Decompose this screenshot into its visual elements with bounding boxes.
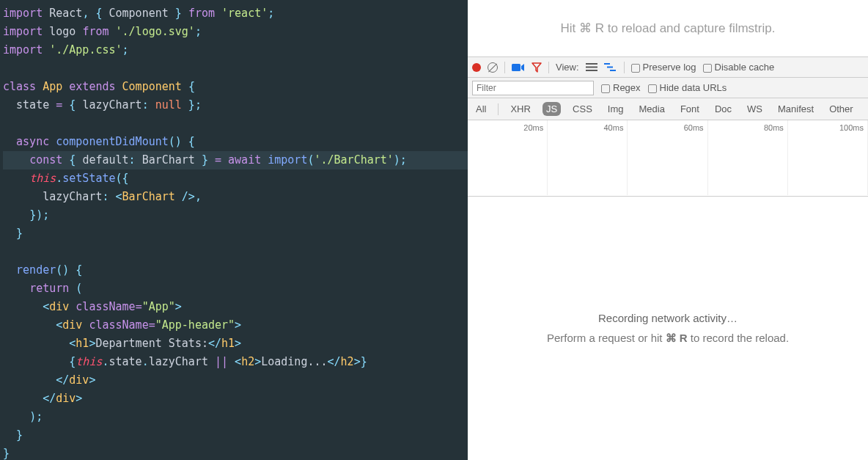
svg-rect-6 — [610, 70, 616, 71]
category-xhr[interactable]: XHR — [507, 102, 534, 116]
category-js[interactable]: JS — [542, 102, 561, 116]
network-toolbar: View: Preserve log Disable cache — [468, 57, 868, 78]
category-all[interactable]: All — [472, 102, 490, 116]
filter-icon[interactable] — [532, 62, 542, 73]
separator — [504, 62, 505, 73]
timeline-tick: 20ms — [468, 123, 548, 132]
category-doc[interactable]: Doc — [711, 102, 735, 116]
clear-icon[interactable] — [488, 62, 498, 73]
status-title: Recording network activity… — [598, 312, 738, 324]
svg-rect-3 — [586, 70, 597, 71]
waterfall-icon[interactable] — [604, 62, 617, 72]
status-subtitle: Perform a request or hit ⌘ R to record t… — [547, 332, 789, 345]
code-editor[interactable]: import React, { Component } from 'react'… — [0, 0, 468, 460]
svg-rect-1 — [586, 63, 597, 65]
svg-rect-5 — [607, 67, 613, 68]
record-button[interactable] — [472, 63, 481, 72]
category-media[interactable]: Media — [635, 102, 668, 116]
timeline-tick: 80ms — [708, 123, 788, 132]
category-bar: AllXHRJSCSSImgMediaFontDocWSManifestOthe… — [468, 98, 868, 120]
category-other[interactable]: Other — [825, 102, 857, 116]
timeline-tick: 40ms — [548, 123, 628, 132]
network-status: Recording network activity… Perform a re… — [468, 197, 868, 460]
svg-rect-2 — [586, 67, 597, 68]
category-img[interactable]: Img — [604, 102, 628, 116]
large-rows-icon[interactable] — [586, 62, 597, 72]
devtools-panel: Hit ⌘ R to reload and capture filmstrip.… — [468, 0, 868, 460]
svg-rect-0 — [512, 64, 521, 71]
separator — [548, 62, 549, 73]
category-css[interactable]: CSS — [569, 102, 596, 116]
filter-input[interactable] — [472, 81, 594, 95]
timeline[interactable]: 20ms40ms60ms80ms100ms — [468, 120, 868, 197]
screenshot-icon[interactable] — [512, 63, 525, 72]
timeline-tick: 100ms — [788, 123, 868, 132]
category-ws[interactable]: WS — [743, 102, 766, 116]
category-font[interactable]: Font — [677, 102, 703, 116]
filter-bar: Regex Hide data URLs — [468, 78, 868, 98]
preserve-log-checkbox[interactable]: Preserve log — [631, 62, 696, 73]
category-manifest[interactable]: Manifest — [774, 102, 817, 116]
timeline-tick: 60ms — [628, 123, 707, 132]
regex-checkbox[interactable]: Regex — [601, 82, 641, 93]
hide-urls-checkbox[interactable]: Hide data URLs — [648, 82, 727, 93]
disable-cache-checkbox[interactable]: Disable cache — [703, 62, 775, 73]
separator — [624, 62, 625, 73]
svg-rect-4 — [604, 63, 610, 65]
view-label: View: — [556, 62, 579, 73]
filmstrip-banner: Hit ⌘ R to reload and capture filmstrip. — [468, 0, 868, 57]
